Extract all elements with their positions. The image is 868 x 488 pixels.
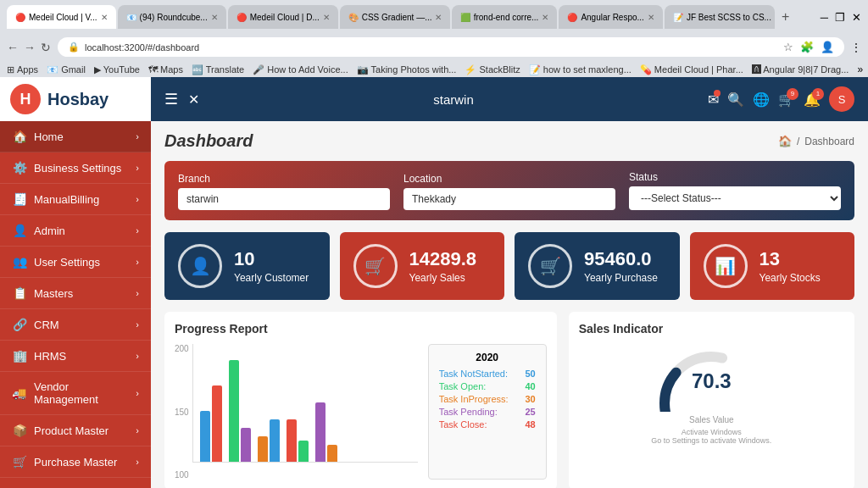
mail-badge <box>714 90 721 97</box>
sidebar-item-hrms[interactable]: 🏢 HRMS › <box>0 341 151 372</box>
address-bar[interactable]: 🔒 localhost:3200/#/dashboard ☆ 🧩 👤 <box>58 37 844 57</box>
browser-action-icons: ⋮ <box>851 42 861 53</box>
bar-group-3 <box>258 419 280 462</box>
tab-4[interactable]: 🎨 CSS Gradient —... ✕ <box>340 5 450 29</box>
purchase-info: 95460.0 Yearly Purchase <box>584 248 658 284</box>
sidebar-item-manual-billing[interactable]: 🧾 ManualBilling › <box>0 184 151 215</box>
sidebar-item-vendor-management[interactable]: 🚚 Vendor Management › <box>0 372 151 415</box>
stocks-info: 13 Yearly Stocks <box>760 248 821 284</box>
branch-input[interactable] <box>178 188 390 210</box>
bookmark-maps[interactable]: 🗺 Maps <box>148 64 183 75</box>
sales-indicator-section: Sales Indicator 70.3 Sales Value <box>569 312 854 488</box>
sidebar-item-purchase-master[interactable]: 🛒 Purchase Master › <box>0 446 151 478</box>
main-content: Dashboard 🏠 / Dashboard Branch Location <box>151 121 868 488</box>
sidebar-item-inventory[interactable]: 📊 Inventory Management › <box>0 478 151 488</box>
stat-card-stocks: 📊 13 Yearly Stocks <box>690 232 855 300</box>
header-close-icon[interactable]: ✕ <box>188 92 199 108</box>
bookmark-stackblitz[interactable]: ⚡ StackBlitz <box>465 64 520 75</box>
tab-close-1[interactable]: ✕ <box>101 13 108 22</box>
stat-card-customers: 👤 10 Yearly Customer <box>164 232 330 300</box>
settings-icon[interactable]: ⋮ <box>851 42 861 53</box>
bookmark-photos[interactable]: 📷 Taking Photos with... <box>357 64 457 75</box>
sidebar-item-admin[interactable]: 👤 Admin › <box>0 215 151 247</box>
tab-5[interactable]: 🟩 frond-end corre... ✕ <box>452 5 558 29</box>
tab-6[interactable]: 🔴 Angular Respo... ✕ <box>559 5 663 29</box>
page-header: Dashboard 🏠 / Dashboard <box>164 131 854 151</box>
tab-2[interactable]: 📧 (94) Roundcube... ✕ <box>118 5 226 29</box>
settings-icon: ⚙️ <box>12 161 27 175</box>
app-container: H Hosbay 🏠 Home › ⚙️ Business Settings › <box>0 77 868 488</box>
sidebar: H Hosbay 🏠 Home › ⚙️ Business Settings › <box>0 77 151 488</box>
sidebar-logo: H Hosbay <box>0 77 151 121</box>
sidebar-item-business-settings[interactable]: ⚙️ Business Settings › <box>0 152 151 184</box>
stats-row: 👤 10 Yearly Customer 🛒 14289.8 Yearly Sa… <box>164 232 854 300</box>
tab-1[interactable]: 🔴 Medeil Cloud | V... ✕ <box>7 5 116 29</box>
chart-y-labels: 200 150 100 <box>175 344 192 480</box>
location-input[interactable] <box>403 188 615 210</box>
new-tab-button[interactable]: + <box>776 9 794 25</box>
sidebar-item-masters[interactable]: 📋 Masters › <box>0 278 151 309</box>
tab-close-6[interactable]: ✕ <box>648 13 654 22</box>
page-title: Dashboard <box>164 131 253 151</box>
arrow-icon-vendor: › <box>136 388 139 398</box>
bar-4b <box>298 441 309 462</box>
bar-1a <box>200 411 210 462</box>
bookmark-apps[interactable]: ⊞ Apps <box>7 64 38 75</box>
filter-row: Branch Location Status ---Select Status-… <box>164 161 854 220</box>
forward-button[interactable]: → <box>24 41 36 54</box>
sales-icon-circle: 🛒 <box>353 244 398 288</box>
logo-icon: H <box>10 84 41 114</box>
sidebar-item-home[interactable]: 🏠 Home › <box>0 121 151 152</box>
notif-badge: 1 <box>812 88 824 100</box>
bookmark-translate[interactable]: 🔤 Translate <box>192 64 244 75</box>
sales-label: Yearly Sales <box>409 272 477 284</box>
legend-inprogress: Task InProgress: 30 <box>439 394 536 404</box>
bookmark-voice[interactable]: 🎤 How to Add Voice... <box>253 64 348 75</box>
progress-report-section: Progress Report 200 150 100 <box>164 312 557 488</box>
reload-button[interactable]: ↻ <box>41 41 51 54</box>
arrow-icon-product: › <box>136 425 139 435</box>
mail-icon[interactable]: ✉ <box>708 92 719 108</box>
language-icon[interactable]: 🌐 <box>753 92 770 108</box>
y-label-200: 200 <box>175 344 189 353</box>
stocks-icon-circle: 📊 <box>704 244 748 288</box>
tab-3[interactable]: 🔴 Medeil Cloud | D... ✕ <box>228 5 338 29</box>
hamburger-icon[interactable]: ☰ <box>164 90 178 108</box>
status-label: Status <box>629 171 841 183</box>
sidebar-item-product-master[interactable]: 📦 Product Master › <box>0 415 151 446</box>
profile-icon[interactable]: 👤 <box>821 41 834 53</box>
gauge-wrap: 70.3 <box>652 344 771 412</box>
bookmark-gmail[interactable]: 📧 Gmail <box>47 64 86 75</box>
bookmark-maxleng[interactable]: 📝 how to set maxleng... <box>529 64 632 75</box>
sidebar-item-crm[interactable]: 🔗 CRM › <box>0 309 151 341</box>
product-icon: 📦 <box>12 424 27 437</box>
app-header: ☰ ✕ starwin ✉ 🔍 🌐 🛒 9 🔔 1 S <box>151 77 868 121</box>
maximize-button[interactable]: ❐ <box>835 11 845 24</box>
bookmark-medeil[interactable]: 💊 Medeil Cloud | Phar... <box>640 64 743 75</box>
bookmark-angular[interactable]: 🅰 Angular 9|8|7 Drag... <box>752 64 849 75</box>
progress-legend: 2020 Task NotStarted: 50 Task Open: 40 T… <box>428 344 547 480</box>
notification-icon[interactable]: 🔔 1 <box>804 92 821 108</box>
tab-close-4[interactable]: ✕ <box>435 13 442 22</box>
status-select[interactable]: ---Select Status--- <box>629 186 841 210</box>
location-filter: Location <box>403 173 615 210</box>
tab-close-2[interactable]: ✕ <box>211 13 218 22</box>
arrow-icon-home: › <box>136 131 139 141</box>
user-avatar[interactable]: S <box>829 86 854 112</box>
bookmark-icon[interactable]: ☆ <box>783 41 793 53</box>
sidebar-item-user-settings[interactable]: 👥 User Settings › <box>0 247 151 278</box>
back-button[interactable]: ← <box>7 41 19 54</box>
tab-close-5[interactable]: ✕ <box>542 13 548 22</box>
close-button[interactable]: ✕ <box>852 11 861 24</box>
cart-icon[interactable]: 🛒 9 <box>778 92 795 108</box>
purchase-label: Yearly Purchase <box>584 272 658 284</box>
more-bookmarks[interactable]: » <box>857 64 863 75</box>
extension-icon[interactable]: 🧩 <box>800 41 814 53</box>
bookmark-youtube[interactable]: ▶ YouTube <box>94 64 140 75</box>
minimize-button[interactable]: ─ <box>821 11 828 24</box>
search-icon[interactable]: 🔍 <box>727 92 744 108</box>
tab-close-3[interactable]: ✕ <box>323 13 330 22</box>
browser-chrome: 🔴 Medeil Cloud | V... ✕ 📧 (94) Roundcube… <box>0 0 868 77</box>
tab-7[interactable]: 📝 JF Best SCSS to CS... ✕ <box>665 5 775 29</box>
bar-5b <box>327 445 337 462</box>
